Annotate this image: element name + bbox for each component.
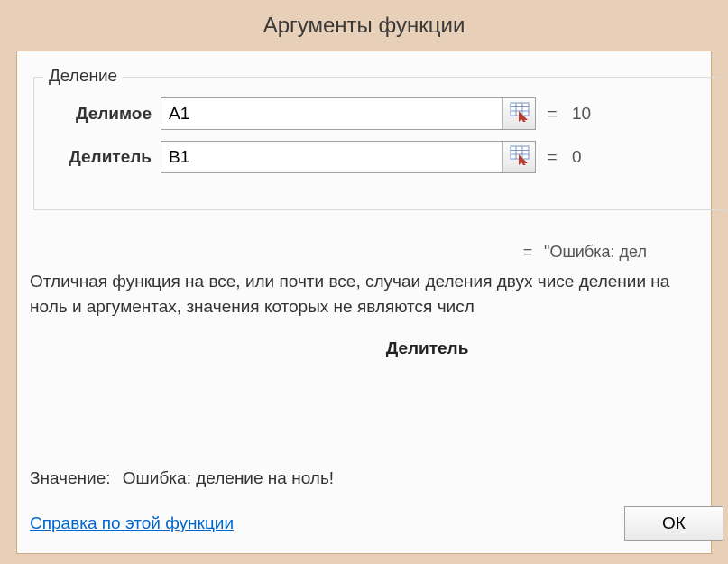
range-select-icon: [510, 102, 530, 126]
arg-row-dividend: Делимое =: [45, 97, 727, 130]
eq-sign: =: [536, 104, 568, 124]
dialog-bottom: Значение: Ошибка: деление на ноль! Справ…: [30, 468, 711, 541]
eq-sign: =: [511, 243, 544, 262]
group-legend: Деление: [43, 66, 123, 86]
eq-sign: =: [536, 147, 568, 167]
range-select-icon: [510, 145, 530, 170]
dialog-title: Аргументы функции: [0, 0, 728, 51]
arg-input-wrap-dividend: [161, 97, 536, 130]
formula-preview-result: "Ошибка: дел: [544, 243, 647, 262]
value-label: Значение:: [30, 468, 111, 487]
help-link[interactable]: Справка по этой функции: [30, 513, 234, 533]
arg-row-divisor: Делитель =: [45, 141, 727, 173]
arg-label-dividend: Делимое: [45, 104, 161, 124]
arg-input-dividend[interactable]: [161, 98, 502, 129]
value-line: Значение: Ошибка: деление на ноль!: [30, 468, 711, 488]
value-text: Ошибка: деление на ноль!: [123, 468, 334, 487]
arg-input-divisor[interactable]: [161, 142, 502, 172]
arg-label-divisor: Делитель: [45, 147, 161, 167]
function-description: Отличная функция на все, или почти все, …: [30, 269, 711, 319]
formula-result-line: = "Ошибка: дел: [17, 243, 711, 262]
dialog-body: Деление Делимое: [16, 51, 712, 554]
range-select-button-divisor[interactable]: [502, 142, 535, 172]
arg-result-dividend: 10: [568, 104, 591, 124]
arg-input-wrap-divisor: [161, 141, 536, 173]
arg-result-divisor: 0: [568, 147, 582, 167]
current-arg-name: Делитель: [17, 338, 711, 358]
args-groupbox: Деление Делимое: [33, 77, 727, 210]
ok-button[interactable]: ОК: [624, 506, 723, 541]
range-select-button-dividend[interactable]: [502, 98, 535, 129]
